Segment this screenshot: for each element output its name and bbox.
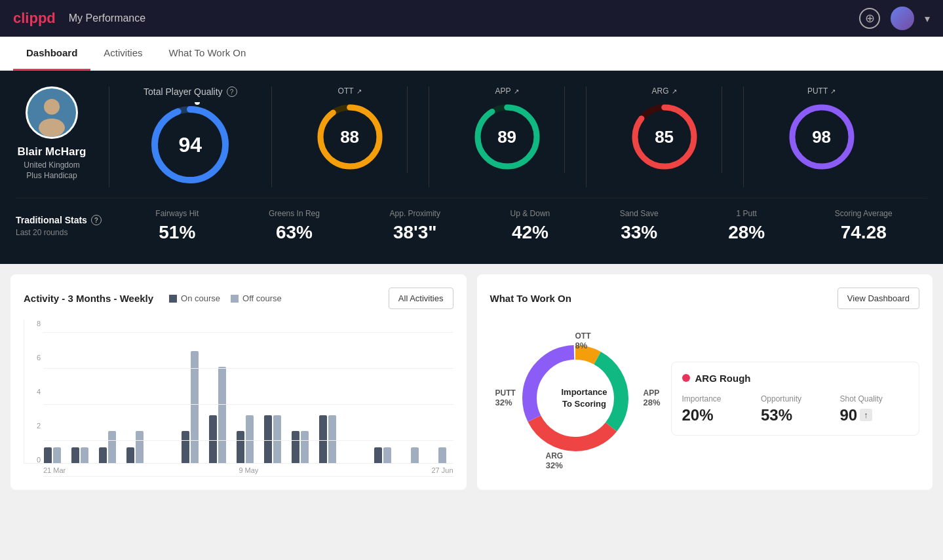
arg-circle: 85 — [628, 101, 701, 173]
ott-label: OTT ↗ — [338, 86, 362, 96]
putt-label: PUTT ↗ — [807, 86, 836, 96]
tab-dashboard[interactable]: Dashboard — [13, 37, 90, 71]
arg-value: 85 — [655, 127, 674, 147]
metric-shot-quality: Shot Quality 90 ↑ — [840, 394, 909, 424]
tab-activities[interactable]: Activities — [90, 37, 155, 71]
metric-importance: Importance 20% — [682, 394, 751, 424]
legend-offcourse: Off course — [231, 293, 282, 303]
bar-group — [292, 431, 316, 463]
y-label-4: 4 — [24, 388, 41, 396]
donut-label-app: APP28% — [643, 388, 660, 407]
donut-label-ott: OTT8% — [575, 331, 591, 350]
player-name: Blair McHarg — [18, 145, 87, 159]
bar-oncourse — [126, 447, 134, 463]
avatar[interactable] — [891, 7, 914, 30]
page-title: My Performance — [69, 12, 145, 24]
app-value: 89 — [497, 127, 516, 147]
ott-score: OTT ↗ 88 — [293, 86, 408, 173]
bar-group — [402, 447, 426, 463]
plus-icon: ⊕ — [865, 11, 875, 26]
total-quality-score: 94 — [179, 133, 202, 157]
bar-offcourse — [108, 431, 116, 463]
y-label-2: 2 — [24, 422, 41, 430]
logo[interactable]: clippd — [13, 10, 56, 27]
putt-score: PUTT ↗ 98 — [765, 86, 879, 173]
svg-point-5 — [195, 102, 200, 105]
bar-group — [99, 431, 123, 463]
chart-y-axis: 0 2 4 6 8 — [24, 320, 41, 464]
work-on-title: What To Work On — [490, 293, 571, 304]
donut-label-arg: ARG32% — [546, 451, 564, 470]
bar-group — [319, 415, 343, 463]
shot-quality-badge: ↑ — [860, 409, 872, 421]
bar-offcourse — [218, 367, 226, 463]
trad-stats-label: Traditional Stats ? Last 20 rounds — [16, 215, 121, 237]
tab-what-to-work-on[interactable]: What To Work On — [156, 37, 260, 71]
putt-arrow-icon: ↗ — [830, 88, 836, 95]
bar-group — [264, 415, 288, 463]
x-label-2: 9 May — [239, 466, 258, 474]
work-on-header: What To Work On View Dashboard — [490, 288, 920, 309]
bar-group — [71, 447, 96, 463]
arg-rough-title: ARG Rough — [682, 373, 909, 384]
bar-offcourse — [411, 447, 419, 463]
bar-group — [209, 367, 233, 463]
bar-group — [374, 447, 398, 463]
offcourse-dot — [231, 295, 239, 303]
bar-offcourse — [301, 431, 309, 463]
bar-oncourse — [99, 447, 107, 463]
total-quality-circle: 94 — [147, 102, 233, 187]
legend-oncourse: On course — [169, 293, 220, 303]
donut-center-text: ImportanceTo Scoring — [561, 386, 607, 410]
app-arrow-icon: ↗ — [514, 88, 519, 95]
oncourse-dot — [169, 295, 177, 303]
bar-offcourse — [383, 447, 391, 463]
all-activities-button[interactable]: All Activities — [389, 288, 453, 309]
bar-oncourse — [71, 447, 79, 463]
header: clippd My Performance ⊕ ▾ — [0, 0, 943, 37]
add-button[interactable]: ⊕ — [859, 8, 880, 29]
bar-group — [44, 447, 68, 463]
trad-sandsave: Sand Save 33% — [620, 209, 659, 243]
info-icon[interactable]: ? — [227, 86, 237, 97]
bar-oncourse — [374, 447, 382, 463]
bar-offcourse — [81, 447, 88, 463]
bar-oncourse — [237, 431, 244, 463]
activity-panel-header: Activity - 3 Months - Weekly On course O… — [24, 288, 453, 309]
bar-offcourse — [246, 415, 254, 463]
y-label-8: 8 — [24, 320, 41, 327]
app-label: APP ↗ — [495, 86, 519, 96]
nav-tabs: Dashboard Activities What To Work On — [0, 37, 943, 71]
trad-updown: Up & Down 42% — [510, 209, 550, 243]
bar-offcourse — [328, 415, 336, 463]
traditional-stats: Traditional Stats ? Last 20 rounds Fairw… — [16, 198, 927, 243]
header-left: clippd My Performance — [13, 10, 145, 27]
chart-bars-container — [24, 320, 453, 464]
svg-point-1 — [44, 99, 60, 115]
card-dot-icon — [682, 374, 690, 382]
activity-chart: 21 Mar 9 May 27 Jun 0 2 4 6 8 — [24, 320, 453, 477]
bar-offcourse — [136, 431, 144, 463]
arg-label: ARG ↗ — [652, 86, 677, 96]
trad-info-icon[interactable]: ? — [91, 215, 102, 225]
bar-oncourse — [44, 447, 52, 463]
trad-stats-items: Fairways Hit 51% Greens In Reg 63% App. … — [121, 209, 927, 243]
arg-score: ARG ↗ 85 — [607, 86, 722, 173]
activity-title: Activity - 3 Months - Weekly — [24, 293, 153, 304]
ott-arrow-icon: ↗ — [356, 88, 362, 95]
bar-oncourse — [292, 431, 299, 463]
arg-rough-card: ARG Rough Importance 20% Opportunity 53%… — [671, 362, 920, 436]
header-right: ⊕ ▾ — [859, 7, 930, 30]
y-label-0: 0 — [24, 456, 41, 464]
bar-oncourse — [209, 415, 217, 463]
player-handicap: Plus Handicap — [26, 171, 77, 180]
trad-1putt: 1 Putt 28% — [728, 209, 765, 243]
bar-oncourse — [264, 415, 272, 463]
donut-label-putt: PUTT32% — [495, 388, 516, 407]
donut-chart: ImportanceTo Scoring OTT8% APP28% ARG32%… — [490, 320, 661, 477]
total-quality-label: Total Player Quality ? — [144, 86, 237, 97]
player-avatar — [26, 86, 78, 139]
view-dashboard-button[interactable]: View Dashboard — [837, 288, 919, 309]
putt-circle: 98 — [786, 101, 858, 173]
bar-oncourse — [182, 431, 189, 463]
